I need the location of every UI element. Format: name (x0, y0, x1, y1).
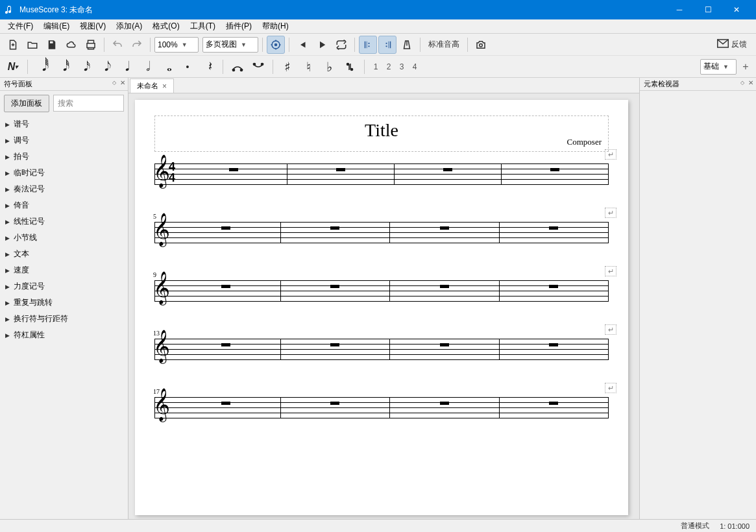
repeat-end-button[interactable] (378, 36, 396, 54)
note-quarter-button[interactable]: 𝅘𝅥 (116, 58, 134, 76)
repeat-start-button[interactable] (359, 36, 377, 54)
score-tab[interactable]: 未命名 × (130, 79, 174, 93)
palette-item[interactable]: ▶速度 (0, 262, 128, 278)
voice-1-button[interactable]: 1 (370, 60, 382, 74)
redo-button[interactable] (128, 36, 146, 54)
palette-item[interactable]: ▶小节线 (0, 230, 128, 246)
palette-item[interactable]: ▶符杠属性 (0, 327, 128, 343)
title-frame[interactable]: Title Composer (154, 115, 609, 152)
loop-button[interactable] (332, 36, 350, 54)
voice-2-button[interactable]: 2 (383, 60, 395, 74)
treble-clef-icon[interactable]: 𝄞 (153, 332, 170, 361)
measure[interactable] (171, 339, 281, 359)
flip-button[interactable] (341, 58, 359, 76)
close-button[interactable]: ✕ (722, 0, 751, 19)
new-file-button[interactable] (4, 36, 22, 54)
measure[interactable] (171, 222, 281, 243)
whole-rest-icon[interactable] (549, 402, 558, 405)
staff-system[interactable]: 13↵𝄞 (154, 339, 609, 359)
whole-rest-icon[interactable] (440, 343, 449, 346)
rewind-button[interactable] (293, 36, 311, 54)
whole-rest-icon[interactable] (221, 343, 230, 346)
palette-item[interactable]: ▶拍号 (0, 149, 128, 165)
note-input-mode-button[interactable]: N▾ (4, 58, 22, 76)
tab-close-icon[interactable]: × (162, 82, 167, 91)
whole-rest-icon[interactable] (549, 343, 558, 346)
treble-clef-icon[interactable]: 𝄞 (153, 391, 170, 419)
whole-rest-icon[interactable] (550, 168, 559, 171)
staff-system[interactable]: ↵𝄞44 (154, 163, 609, 184)
inspector-popout-icon[interactable]: ◇ (740, 80, 744, 86)
whole-rest-icon[interactable] (221, 226, 230, 230)
menu-item-7[interactable]: 帮助(H) (257, 19, 294, 33)
inspector-close-icon[interactable]: ✕ (748, 79, 753, 86)
open-file-button[interactable] (23, 36, 42, 54)
palette-item[interactable]: ▶倚音 (0, 197, 128, 213)
dot-button[interactable]: • (178, 58, 197, 76)
measure[interactable] (281, 222, 391, 243)
natural-button[interactable]: ♮ (299, 58, 317, 76)
note-16th-button[interactable]: 𝅘𝅥𝅯 (75, 58, 93, 76)
menu-item-0[interactable]: 文件(F) (3, 19, 38, 33)
undo-button[interactable] (108, 36, 127, 54)
palette-close-icon[interactable]: ✕ (120, 79, 125, 86)
sharp-button[interactable]: ♯ (278, 58, 297, 76)
time-signature[interactable]: 44 (169, 162, 175, 184)
minimize-button[interactable]: ─ (665, 0, 694, 19)
note-8th-button[interactable]: 𝅘𝅥𝅮 (95, 58, 114, 76)
measure[interactable] (390, 280, 500, 301)
whole-rest-icon[interactable] (330, 343, 339, 346)
palette-item[interactable]: ▶文本 (0, 246, 128, 262)
measure[interactable] (500, 339, 609, 359)
staff-system[interactable]: 17↵𝄞 (154, 397, 609, 418)
whole-rest-icon[interactable] (440, 285, 449, 288)
note-half-button[interactable]: 𝅗𝅥 (137, 58, 155, 76)
treble-clef-icon[interactable]: 𝄞 (153, 157, 170, 186)
palette-item[interactable]: ▶调号 (0, 132, 128, 149)
whole-rest-icon[interactable] (330, 402, 339, 405)
palette-popout-icon[interactable]: ◇ (112, 80, 116, 86)
add-workspace-button[interactable]: + (739, 58, 752, 76)
zoom-combo[interactable]: 100%▼ (154, 37, 199, 53)
menu-item-2[interactable]: 视图(V) (75, 19, 111, 33)
maximize-button[interactable]: ☐ (694, 0, 722, 19)
measure[interactable] (500, 280, 609, 301)
workspace-combo[interactable]: 基础▼ (700, 59, 737, 75)
measure[interactable] (281, 339, 391, 359)
system-break-icon[interactable]: ↵ (605, 383, 616, 393)
whole-rest-icon[interactable] (221, 402, 230, 405)
view-mode-combo[interactable]: 多页视图▼ (202, 37, 258, 53)
flat-button[interactable]: ♭ (320, 58, 338, 76)
treble-clef-icon[interactable]: 𝄞 (153, 215, 170, 244)
note-whole-button[interactable]: 𝅝 (158, 58, 176, 76)
rest-button[interactable]: 𝄽 (199, 58, 217, 76)
concert-pitch-toggle[interactable] (267, 36, 285, 54)
whole-rest-icon[interactable] (549, 285, 558, 288)
menu-item-4[interactable]: 格式(O) (147, 19, 184, 33)
save-button[interactable] (43, 36, 61, 54)
measure[interactable] (180, 163, 287, 184)
whole-rest-icon[interactable] (440, 402, 449, 405)
palette-item[interactable]: ▶临时记号 (0, 165, 128, 181)
note-32nd-button[interactable]: 𝅘𝅥𝅰 (54, 58, 72, 76)
feedback-button[interactable]: 反馈 (712, 39, 752, 50)
play-button[interactable] (313, 36, 331, 54)
metronome-button[interactable] (398, 36, 416, 54)
palette-search-input[interactable]: 搜索 (53, 95, 124, 112)
whole-rest-icon[interactable] (221, 285, 230, 288)
score-area[interactable]: Title Composer ↵𝄞445↵𝄞9↵𝄞13↵𝄞17↵𝄞 (128, 93, 639, 519)
whole-rest-icon[interactable] (336, 168, 345, 171)
whole-rest-icon[interactable] (330, 226, 339, 230)
measure[interactable] (281, 280, 391, 301)
whole-rest-icon[interactable] (443, 168, 452, 171)
score-composer[interactable]: Composer (567, 137, 602, 147)
measure[interactable] (281, 397, 391, 418)
palette-item[interactable]: ▶线性记号 (0, 213, 128, 230)
measure[interactable] (500, 222, 609, 243)
palette-item[interactable]: ▶重复与跳转 (0, 295, 128, 311)
print-button[interactable] (82, 36, 100, 54)
measure[interactable] (287, 163, 395, 184)
note-64th-button[interactable]: 𝅘𝅥𝅱 (33, 58, 51, 76)
whole-rest-icon[interactable] (549, 226, 558, 230)
measure[interactable] (390, 397, 500, 418)
